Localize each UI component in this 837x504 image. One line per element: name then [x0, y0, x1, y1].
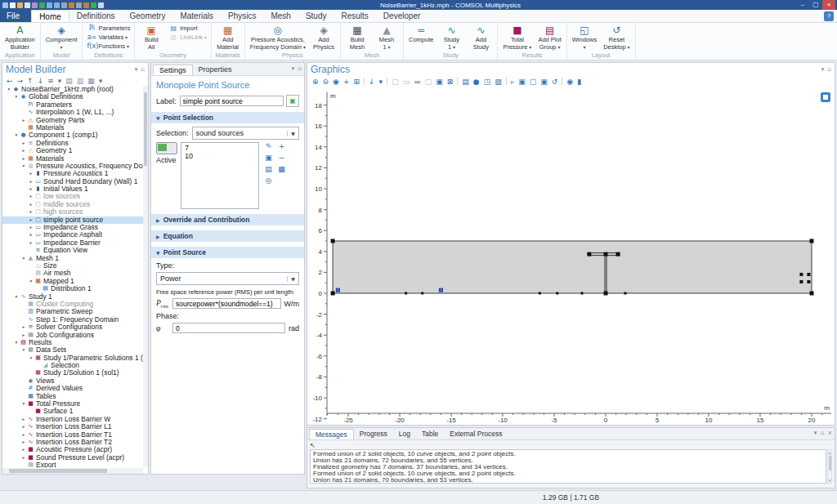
domain-corner-vertex[interactable] — [810, 292, 814, 296]
model-tree-horizontal-scrollbar[interactable] — [2, 468, 143, 474]
tree-expand-icon[interactable]: ▸ — [20, 454, 27, 462]
zoom-to-selection-icon[interactable]: ◉ — [333, 78, 339, 86]
close-icon[interactable]: × — [827, 430, 832, 436]
move-up-icon[interactable]: ↑ — [27, 77, 34, 85]
barrier-vertex[interactable] — [604, 252, 608, 256]
selection-handle[interactable] — [807, 273, 810, 276]
float-icon[interactable]: ▫ — [820, 430, 824, 436]
copy-selection-icon[interactable]: ▣ — [263, 154, 274, 162]
build-all-button[interactable]: ▣BuildAll — [137, 24, 165, 51]
selection-list-item[interactable]: 10 — [185, 152, 255, 160]
pressure-acoustics-frequency-domain-button[interactable]: ◎Pressure Acoustics,Frequency Domain ▾ — [248, 24, 308, 51]
orientation-icon[interactable]: ↓ — [369, 78, 375, 86]
export-image-icon[interactable]: ● — [473, 78, 480, 86]
selection-listbox[interactable]: 710 — [181, 142, 259, 209]
pin-icon[interactable]: ▫ — [827, 66, 831, 73]
component-button[interactable]: ◈Component ▾ — [43, 24, 80, 51]
show-grid-icon[interactable]: ▣ — [436, 78, 443, 86]
tree-item-definitions[interactable]: ▸≡Definitions — [2, 140, 143, 147]
ribbon-tab-developer[interactable]: Developer — [376, 10, 428, 22]
new-file-icon[interactable] — [10, 2, 16, 8]
ground-vertex[interactable] — [421, 292, 423, 295]
ribbon-tab-physics[interactable]: Physics — [221, 10, 263, 22]
total-pressure-button[interactable]: ■TotalPressure ▾ — [500, 24, 534, 51]
tab-progress[interactable]: Progress — [354, 429, 393, 439]
scrollbar-thumb[interactable] — [144, 92, 147, 166]
add-study-button[interactable]: ∿AddStudy — [467, 24, 495, 51]
tree-item-geometry-1[interactable]: ▸△Geometry 1 — [2, 147, 143, 154]
ribbon-tab-home[interactable]: Home — [31, 10, 69, 22]
zoom-to-selection-icon[interactable]: ◎ — [263, 176, 274, 185]
pin-icon[interactable]: ▫ — [298, 65, 302, 72]
tree-item-insertion-loss-barrier-l1[interactable]: ▸∿Insertion Loss Barrier L1 — [2, 423, 143, 430]
hide-geometry-icon[interactable]: ⊠ — [447, 78, 454, 86]
scroll-down-icon[interactable]: ▾ — [828, 478, 831, 483]
tree-expand-icon[interactable]: ▸ — [28, 239, 34, 247]
lock-view-icon[interactable]: ▮ — [577, 78, 581, 86]
tree-item-impedance-barrier[interactable]: ▸▭Impedance Barrier — [2, 239, 143, 247]
ribbon-tab-study[interactable]: Study — [298, 10, 334, 22]
scrollbar-thumb[interactable] — [9, 469, 107, 473]
ribbon-tab-results[interactable]: Results — [334, 10, 376, 22]
tree-collapse-icon[interactable]: ▾ — [20, 400, 27, 408]
forward-icon[interactable]: → — [17, 77, 24, 85]
tree-item-surface-1[interactable]: ■Surface 1 — [2, 408, 143, 415]
study-1-button[interactable]: ∿Study1 ▾ — [437, 24, 465, 51]
orientation-menu-icon[interactable]: ▾ — [379, 78, 383, 86]
tree-item-study-1-solution-1-sol1[interactable]: ▦Study 1/Solution 1 (sol1) — [2, 369, 143, 377]
back-icon[interactable]: ← — [7, 77, 13, 85]
pin-icon[interactable]: ▫ — [141, 66, 145, 73]
tree-item-mesh-1[interactable]: ▾▲Mesh 1 — [2, 255, 143, 262]
selected-point[interactable] — [336, 288, 339, 292]
ground-vertex[interactable] — [405, 292, 407, 295]
tab-settings[interactable]: Settings — [153, 65, 193, 75]
tree-item-simple-point-source[interactable]: ▸▢simple point source — [2, 216, 143, 224]
cut-icon[interactable] — [61, 2, 67, 8]
tree-expand-icon[interactable]: ▸ — [20, 416, 27, 423]
selection-list-item[interactable]: 7 — [185, 144, 255, 152]
tab-external-process[interactable]: External Process — [444, 429, 508, 439]
tree-expand-icon[interactable]: ▸ — [28, 185, 34, 193]
tab-messages[interactable]: Messages — [309, 429, 354, 439]
tree-item-geometry-parts[interactable]: ▸△Geometry Parts — [2, 117, 143, 124]
type-dropdown[interactable]: Power ▼ — [156, 272, 299, 285]
collapse-icon[interactable]: ▾ — [821, 66, 825, 73]
tree-item-initial-values-1[interactable]: ▸▮Initial Values 1 — [2, 185, 143, 193]
tree-item-export[interactable]: ▤Export — [2, 462, 143, 467]
tree-expand-icon[interactable]: ▸ — [28, 224, 34, 231]
livelink-button[interactable]: ▥LiveLink ▾ — [167, 33, 208, 42]
selection-handle[interactable] — [807, 280, 810, 283]
tree-item-cluster-computing[interactable]: ▦Cluster Computing — [2, 301, 143, 308]
rename-icon[interactable]: ▣ — [286, 95, 299, 107]
tree-item-selection[interactable]: ◢Selection — [2, 362, 143, 369]
tree-expand-icon[interactable]: ▸ — [28, 178, 34, 185]
tree-expand-icon[interactable]: ▸ — [28, 231, 34, 239]
tree-expand-icon[interactable]: ▸ — [20, 423, 27, 430]
show-menu-icon[interactable]: ≡ — [47, 77, 54, 85]
ribbon-tab-materials[interactable]: Materials — [172, 10, 221, 22]
tree-item-global-definitions[interactable]: ▾◉Global Definitions — [2, 93, 143, 100]
run-icon[interactable] — [39, 2, 45, 8]
tree-collapse-icon[interactable]: ▾ — [6, 86, 12, 93]
selection-handle[interactable] — [799, 273, 803, 276]
tree-item-insertion-loss-barrier-t2[interactable]: ▸∿Insertion Loss Barrier T2 — [2, 439, 143, 446]
model-tree-vertical-scrollbar[interactable] — [143, 86, 148, 467]
label-input[interactable] — [180, 96, 284, 106]
add-material-button[interactable]: ▦AddMaterial — [214, 24, 242, 51]
tree-expand-icon[interactable]: ▸ — [28, 201, 34, 208]
tab-log[interactable]: Log — [393, 429, 416, 439]
tree-item-acoustic-pressure-acpr[interactable]: ▸■Acoustic Pressure (acpr) — [2, 446, 143, 453]
tree-expand-icon[interactable]: ▸ — [20, 431, 27, 439]
tree-collapse-icon[interactable]: ▾ — [28, 278, 34, 285]
tree-item-component-1-comp1[interactable]: ▾●Component 1 (comp1) — [2, 132, 143, 139]
mesh-1-button[interactable]: ▲Mesh1 ▾ — [373, 24, 401, 51]
close-button[interactable]: × — [822, 0, 835, 10]
tree-item-derived-values[interactable]: #Derived Values — [2, 385, 143, 392]
select-mode-icon[interactable]: ▢ — [392, 78, 399, 86]
tree-item-pressure-acoustics-1[interactable]: ▸▮Pressure Acoustics 1 — [2, 170, 143, 177]
print-icon[interactable]: ▤ — [462, 78, 469, 86]
qa-menu-icon[interactable] — [98, 2, 104, 8]
tree-expand-icon[interactable]: ▸ — [20, 117, 27, 124]
model-manager-icon[interactable] — [32, 2, 38, 8]
domain-corner-vertex[interactable] — [810, 239, 814, 243]
